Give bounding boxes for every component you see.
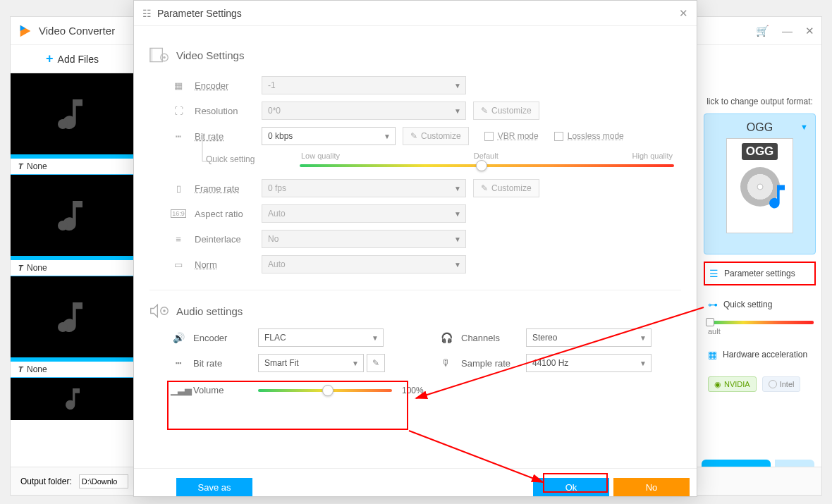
intel-badge: Intel <box>762 376 801 392</box>
customize-framerate-button[interactable]: ✎Customize <box>473 179 539 197</box>
music-note-icon <box>59 385 87 413</box>
framerate-select[interactable]: 0 fps▼ <box>262 179 466 197</box>
chip-icon: ▦ <box>708 349 717 360</box>
norm-label: Norm <box>195 259 262 270</box>
media-list: 𝙏 None 𝙏 None 𝙏 None <box>11 73 134 420</box>
media-thumbnail <box>11 276 134 357</box>
list-item[interactable]: 𝙏 None <box>11 276 134 378</box>
slider-knob[interactable] <box>322 385 334 396</box>
parameter-settings-link[interactable]: ☰ Parameter settings <box>704 262 816 285</box>
subtitle-value: None <box>27 364 47 374</box>
aspect-ratio-row: 16:9 Aspect ratio Auto▼ <box>171 201 681 226</box>
volume-row: ▁▃▅ Volume 100% <box>171 385 681 395</box>
svg-point-1 <box>58 221 68 231</box>
quick-setting-label: Quick setting <box>723 300 772 309</box>
list-item[interactable]: 𝙏 None <box>11 175 134 276</box>
nvidia-badge: ◉NVIDIA <box>708 376 757 392</box>
svg-point-2 <box>58 322 68 332</box>
deinterlace-row: ≡ Deinterlace No▼ <box>171 226 681 252</box>
video-encoder-select[interactable]: -1▼ <box>262 76 466 94</box>
quick-setting-link[interactable]: ⊶ Quick setting <box>704 293 816 316</box>
speaker-icon: 🔊 <box>171 332 186 343</box>
media-thumbnail <box>11 378 134 420</box>
lossless-mode-checkbox[interactable]: Lossless mode <box>554 131 624 141</box>
audio-settings-header: Audio settings <box>149 303 681 319</box>
media-thumbnail <box>11 73 134 154</box>
list-item[interactable] <box>11 378 134 420</box>
output-format-card[interactable]: OGG ▼ OGG <box>704 113 816 254</box>
channels-select[interactable]: Stereo▼ <box>526 328 651 347</box>
volume-slider[interactable] <box>258 389 392 392</box>
samplerate-row: 🎙 Sample rate 44100 Hz▼ <box>439 354 697 372</box>
no-button[interactable]: No <box>613 478 690 496</box>
subtitle-value: None <box>27 263 47 273</box>
slider-knob[interactable] <box>706 318 714 326</box>
resolution-row: ⛶ Resolution 0*0▼ ✎Customize <box>171 98 681 123</box>
app-title: Video Converter <box>39 25 115 37</box>
high-quality-label: High quality <box>632 152 673 160</box>
connector-line <box>192 133 213 173</box>
save-as-button[interactable]: Save as <box>176 478 252 496</box>
list-item[interactable]: 𝙏 None <box>11 73 134 175</box>
add-files-label: Add Files <box>58 54 99 65</box>
text-cursor-icon: 𝙏 <box>18 263 23 273</box>
chevron-down-icon: ▼ <box>800 123 808 131</box>
norm-select[interactable]: Auto▼ <box>262 255 466 273</box>
slider-icon: ⊶ <box>708 299 718 310</box>
add-files-button[interactable]: + Add Files <box>11 45 134 73</box>
slider-knob[interactable] <box>476 160 487 171</box>
framerate-label: Frame rate <box>195 183 262 194</box>
pencil-icon: ✎ <box>481 183 488 193</box>
music-note-icon <box>53 94 92 134</box>
output-folder-input[interactable] <box>79 474 128 488</box>
customize-resolution-button[interactable]: ✎Customize <box>473 102 539 120</box>
subtitle-select[interactable]: 𝙏 None <box>11 154 134 174</box>
dots-icon: ┅ <box>171 131 186 142</box>
subtitle-select[interactable]: 𝙏 None <box>11 357 134 377</box>
audio-bitrate-row: ┅ Bit rate Smart Fit▼ ✎ <box>171 354 432 372</box>
svg-point-0 <box>58 119 68 129</box>
quick-quality-slider[interactable] <box>708 321 814 324</box>
video-bitrate-select[interactable]: 0 kbps▼ <box>262 127 396 145</box>
samplerate-label: Sample rate <box>461 358 526 369</box>
aspect-select[interactable]: Auto▼ <box>262 204 466 223</box>
svg-point-8 <box>163 309 166 312</box>
audio-encoder-select[interactable]: FLAC▼ <box>258 328 384 347</box>
pencil-icon: ✎ <box>372 358 379 368</box>
format-file-icon: OGG <box>726 138 793 233</box>
aspect-icon: 16:9 <box>171 209 186 218</box>
ok-button[interactable]: Ok <box>533 478 609 496</box>
minimize-button[interactable]: — <box>782 25 793 37</box>
hardware-accel-link[interactable]: ▦ Hardware acceleration <box>704 343 816 367</box>
audio-encoder-row: 🔊 Encoder FLAC▼ <box>171 328 432 347</box>
resolution-select[interactable]: 0*0▼ <box>262 102 466 120</box>
quality-slider[interactable] <box>300 164 674 167</box>
text-cursor-icon: 𝙏 <box>18 161 23 171</box>
audio-bitrate-select[interactable]: Smart Fit▼ <box>258 354 364 372</box>
video-encoder-row: ▦ Encoder -1▼ <box>171 73 681 98</box>
quick-quality-value: ault <box>704 327 816 336</box>
output-folder-label: Output folder: <box>20 477 72 486</box>
cart-icon[interactable]: 🛒 <box>756 25 769 37</box>
default-quality-label: Default <box>474 152 498 160</box>
resolution-label: Resolution <box>195 106 262 116</box>
edit-bitrate-button[interactable]: ✎ <box>367 354 385 372</box>
parameter-settings-dialog: ☷ Parameter Settings ✕ Video Settings ▦ … <box>133 0 697 497</box>
dialog-button-bar: Save as Ok No <box>134 468 697 496</box>
volume-bars-icon: ▁▃▅ <box>171 385 186 395</box>
video-bitrate-row: ┅ Bit rate 0 kbps▼ ✎Customize VBR mode L… <box>171 123 681 149</box>
video-settings-header: Video Settings <box>149 47 681 63</box>
close-button[interactable]: ✕ <box>679 7 688 20</box>
text-cursor-icon: 𝙏 <box>18 364 23 374</box>
format-caption: lick to change output format: <box>704 97 816 106</box>
deinterlace-select[interactable]: No▼ <box>262 230 466 248</box>
film-gear-icon <box>149 47 169 63</box>
film-gear-icon: ▦ <box>171 80 186 91</box>
samplerate-select[interactable]: 44100 Hz▼ <box>526 354 651 372</box>
close-main-button[interactable]: ✕ <box>805 25 814 37</box>
vbr-mode-checkbox[interactable]: VBR mode <box>484 131 539 141</box>
quick-setting-area: Quick setting Low quality Default High q… <box>206 152 681 167</box>
subtitle-select[interactable]: 𝙏 None <box>11 256 134 276</box>
music-note-icon <box>761 181 793 212</box>
customize-bitrate-button[interactable]: ✎Customize <box>403 127 469 145</box>
